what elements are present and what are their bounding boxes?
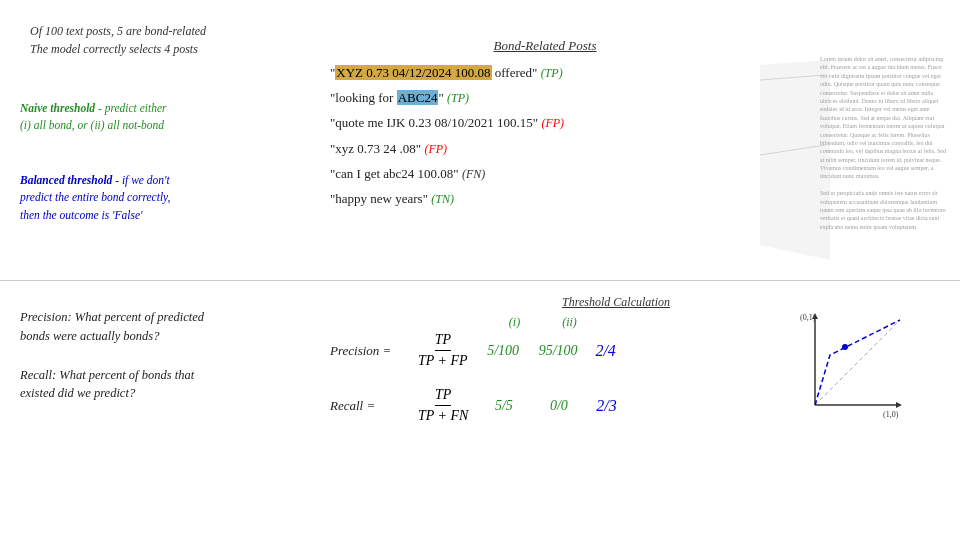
post-text-1: "XYZ 0.73 04/12/2024 100.08 offered" bbox=[330, 65, 541, 80]
svg-marker-6 bbox=[896, 402, 902, 408]
col-headers: (i) (ii) bbox=[432, 315, 770, 330]
post-text-2: "looking for ABC24" bbox=[330, 90, 447, 105]
recall-denom: TP + FN bbox=[418, 406, 468, 424]
bond-posts-title: Bond-Related Posts bbox=[330, 38, 760, 54]
svg-point-10 bbox=[842, 344, 848, 350]
precision-denom: TP + FP bbox=[418, 351, 468, 369]
svg-text:(1,0): (1,0) bbox=[883, 410, 899, 419]
precision-col-ii: 95/100 bbox=[531, 343, 586, 359]
post-label-2: (TP) bbox=[447, 91, 469, 105]
naive-threshold-label: Naive threshold bbox=[20, 102, 95, 114]
recall-row: Recall = TP TP + FN 5/5 0/0 2/3 bbox=[330, 387, 770, 424]
recall-col-bal: 2/3 bbox=[586, 397, 626, 415]
post-label-1: (TP) bbox=[541, 66, 563, 80]
col-header-i: (i) bbox=[487, 315, 542, 330]
post-item-5: "can I get abc24 100.08" (FN) bbox=[330, 165, 760, 183]
post-label-4: (FP) bbox=[424, 142, 447, 156]
recall-numer: TP bbox=[435, 387, 451, 406]
post-item-3: "quote me IJK 0.23 08/10/2021 100.15" (F… bbox=[330, 114, 760, 132]
recall-formula-label: Recall = bbox=[330, 398, 410, 414]
recall-col-ii: 0/0 bbox=[531, 398, 586, 414]
right-text-block: Lorem ipsum dolor sit amet, consectetur … bbox=[820, 55, 950, 231]
svg-line-0 bbox=[760, 75, 825, 80]
svg-line-1 bbox=[760, 145, 825, 155]
precision-row: Precision = TP TP + FP 5/100 95/100 2/4 bbox=[330, 332, 770, 369]
post-item-1: "XYZ 0.73 04/12/2024 100.08 offered" (TP… bbox=[330, 64, 760, 82]
post-text-3: "quote me IJK 0.23 08/10/2021 100.15" bbox=[330, 115, 538, 130]
post-text-6: "happy new years" bbox=[330, 191, 428, 206]
balanced-threshold-label: Balanced threshold bbox=[20, 174, 112, 186]
balanced-threshold-block: Balanced threshold - if we don't predict… bbox=[20, 172, 185, 224]
recall-fraction: TP TP + FN bbox=[418, 387, 468, 424]
naive-threshold-block: Naive threshold - predict either (i) all… bbox=[20, 100, 180, 135]
post-item-6: "happy new years" (TN) bbox=[330, 190, 760, 208]
col-header-ii: (ii) bbox=[542, 315, 597, 330]
post-item-2: "looking for ABC24" (TP) bbox=[330, 89, 760, 107]
recall-col-i: 5/5 bbox=[476, 398, 531, 414]
precision-numer: TP bbox=[435, 332, 451, 351]
top-left-info: Of 100 text posts, 5 are bond-related Th… bbox=[30, 22, 206, 58]
svg-text:(0,1): (0,1) bbox=[800, 313, 816, 322]
precision-formula-label: Precision = bbox=[330, 343, 410, 359]
precision-col-i: 5/100 bbox=[476, 343, 531, 359]
post-text-4: "xyz 0.73 24 .08" bbox=[330, 141, 421, 156]
info-line2: The model correctly selects 4 posts bbox=[30, 40, 206, 58]
threshold-calc-title: Threshold Calculation bbox=[330, 295, 670, 310]
section-divider bbox=[0, 280, 960, 281]
precision-label: Precision: What percent of predicted bon… bbox=[20, 308, 230, 346]
post-label-3: (FP) bbox=[541, 116, 564, 130]
post-text-5: "can I get abc24 100.08" bbox=[330, 166, 459, 181]
highlight-abc: ABC24 bbox=[397, 90, 439, 105]
recall-label: Recall: What percent of bonds that exist… bbox=[20, 366, 230, 404]
roc-chart: (0,1) (1,0) bbox=[795, 310, 905, 420]
precision-fraction: TP TP + FP bbox=[418, 332, 468, 369]
precision-recall-text: Precision: What percent of predicted bon… bbox=[20, 308, 230, 423]
post-label-6: (TN) bbox=[431, 192, 454, 206]
post-item-4: "xyz 0.73 24 .08" (FP) bbox=[330, 140, 760, 158]
post-label-5: (FN) bbox=[462, 167, 485, 181]
info-line1: Of 100 text posts, 5 are bond-related bbox=[30, 22, 206, 40]
bond-posts-area: Bond-Related Posts "XYZ 0.73 04/12/2024 … bbox=[330, 38, 760, 215]
highlight-xyz: XYZ 0.73 04/12/2024 100.08 bbox=[335, 65, 491, 80]
formulas-area: Threshold Calculation (i) (ii) Precision… bbox=[330, 295, 770, 442]
precision-col-bal: 2/4 bbox=[586, 342, 626, 360]
